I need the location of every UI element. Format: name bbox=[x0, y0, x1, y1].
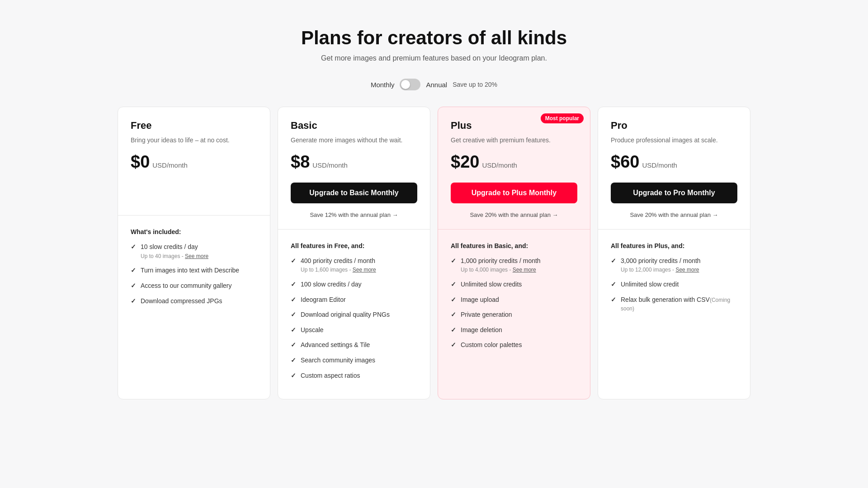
annual-link-pro[interactable]: Save 20% with the annual plan → bbox=[611, 211, 737, 218]
price-period-basic: USD/month bbox=[312, 161, 348, 169]
plan-price-pro: $60 USD/month bbox=[611, 152, 737, 172]
feature-sub-basic-0: Up to 1,600 images - See more bbox=[301, 266, 376, 274]
feature-item-basic-3: ✓ Download original quality PNGs bbox=[291, 310, 417, 319]
check-icon: ✓ bbox=[291, 311, 296, 318]
check-icon: ✓ bbox=[451, 326, 456, 333]
feature-text-basic-0: 400 priority credits / monthUp to 1,600 … bbox=[301, 257, 376, 274]
feature-text-free-1: Turn images into text with Describe bbox=[141, 266, 239, 275]
see-more-link[interactable]: See more bbox=[353, 267, 376, 273]
check-icon: ✓ bbox=[291, 281, 296, 288]
coming-soon-label: (Coming soon) bbox=[621, 297, 730, 312]
plan-price-basic: $8 USD/month bbox=[291, 152, 417, 172]
feature-item-basic-1: ✓ 100 slow credits / day bbox=[291, 280, 417, 289]
feature-item-free-1: ✓ Turn images into text with Describe bbox=[131, 266, 257, 275]
price-amount-pro: $60 bbox=[611, 152, 639, 172]
feature-text-plus-5: Custom color palettes bbox=[461, 341, 522, 350]
feature-item-plus-3: ✓ Private generation bbox=[451, 310, 577, 319]
plans-grid: FreeBring your ideas to life – at no cos… bbox=[118, 107, 750, 399]
plan-bottom-plus: All features in Basic, and: ✓ 1,000 prio… bbox=[438, 230, 590, 399]
plan-top-pro: ProProduce professional images at scale.… bbox=[598, 107, 750, 230]
plan-top-free: FreeBring your ideas to life – at no cos… bbox=[118, 107, 270, 216]
see-more-link[interactable]: See more bbox=[675, 267, 699, 273]
annual-link-plus[interactable]: Save 20% with the annual plan → bbox=[451, 211, 577, 218]
annual-link-basic[interactable]: Save 12% with the annual plan → bbox=[291, 211, 417, 218]
annual-label: Annual bbox=[426, 81, 447, 89]
feature-item-plus-5: ✓ Custom color palettes bbox=[451, 341, 577, 350]
check-icon: ✓ bbox=[291, 372, 296, 379]
check-icon: ✓ bbox=[291, 296, 296, 303]
check-icon: ✓ bbox=[451, 341, 456, 348]
plan-desc-plus: Get creative with premium features. bbox=[451, 136, 577, 145]
feature-item-pro-2: ✓ Relax bulk generation with CSV(Coming … bbox=[611, 296, 737, 313]
most-popular-badge: Most popular bbox=[541, 113, 584, 123]
features-title-pro: All features in Plus, and: bbox=[611, 242, 737, 249]
features-title-free: What's included: bbox=[131, 228, 257, 235]
check-icon: ✓ bbox=[291, 341, 296, 348]
plan-price-plus: $20 USD/month bbox=[451, 152, 577, 172]
feature-item-pro-1: ✓ Unlimited slow credit bbox=[611, 280, 737, 289]
plan-card-plus: Most popularPlusGet creative with premiu… bbox=[438, 107, 590, 399]
feature-text-basic-2: Ideogram Editor bbox=[301, 296, 346, 305]
toggle-knob bbox=[401, 80, 410, 89]
feature-item-free-2: ✓ Access to our community gallery bbox=[131, 282, 257, 291]
feature-sub-pro-0: Up to 12,000 images - See more bbox=[621, 266, 701, 274]
page-header: Plans for creators of all kinds Get more… bbox=[301, 27, 567, 62]
feature-text-basic-1: 100 slow credits / day bbox=[301, 280, 362, 289]
plan-bottom-pro: All features in Plus, and: ✓ 3,000 prior… bbox=[598, 230, 750, 399]
plan-desc-basic: Generate more images without the wait. bbox=[291, 136, 417, 145]
upgrade-btn-pro[interactable]: Upgrade to Pro Monthly bbox=[611, 183, 737, 203]
feature-text-basic-4: Upscale bbox=[301, 326, 324, 335]
feature-text-pro-2: Relax bulk generation with CSV(Coming so… bbox=[621, 296, 737, 313]
plan-desc-free: Bring your ideas to life – at no cost. bbox=[131, 136, 257, 145]
billing-toggle: Monthly Annual Save up to 20% bbox=[371, 79, 497, 90]
monthly-label: Monthly bbox=[371, 81, 395, 89]
plan-card-basic: BasicGenerate more images without the wa… bbox=[278, 107, 430, 399]
plan-name-pro: Pro bbox=[611, 120, 737, 131]
check-icon: ✓ bbox=[611, 281, 616, 288]
check-icon: ✓ bbox=[451, 296, 456, 303]
check-icon: ✓ bbox=[451, 311, 456, 318]
plan-card-pro: ProProduce professional images at scale.… bbox=[598, 107, 750, 399]
feature-text-basic-6: Search community images bbox=[301, 356, 375, 365]
feature-sub-free-0: Up to 40 images - See more bbox=[141, 253, 208, 260]
features-title-plus: All features in Basic, and: bbox=[451, 242, 577, 249]
feature-item-basic-7: ✓ Custom aspect ratios bbox=[291, 371, 417, 380]
see-more-link[interactable]: See more bbox=[513, 267, 536, 273]
feature-item-plus-2: ✓ Image upload bbox=[451, 296, 577, 305]
feature-text-plus-4: Image deletion bbox=[461, 326, 502, 335]
feature-text-pro-1: Unlimited slow credit bbox=[621, 280, 679, 289]
price-amount-free: $0 bbox=[131, 152, 150, 172]
plan-price-free: $0 USD/month bbox=[131, 152, 257, 172]
feature-text-plus-3: Private generation bbox=[461, 310, 512, 319]
check-icon: ✓ bbox=[131, 297, 136, 305]
feature-text-basic-3: Download original quality PNGs bbox=[301, 310, 390, 319]
price-amount-basic: $8 bbox=[291, 152, 310, 172]
price-period-free: USD/month bbox=[152, 161, 188, 169]
feature-text-free-2: Access to our community gallery bbox=[141, 282, 232, 291]
plan-top-basic: BasicGenerate more images without the wa… bbox=[278, 107, 430, 230]
plan-bottom-basic: All features in Free, and: ✓ 400 priorit… bbox=[278, 230, 430, 399]
check-icon: ✓ bbox=[611, 296, 616, 303]
upgrade-btn-basic[interactable]: Upgrade to Basic Monthly bbox=[291, 183, 417, 203]
feature-text-basic-7: Custom aspect ratios bbox=[301, 371, 360, 380]
feature-item-pro-0: ✓ 3,000 priority credits / monthUp to 12… bbox=[611, 257, 737, 274]
feature-text-free-0: 10 slow credits / dayUp to 40 images - S… bbox=[141, 243, 208, 260]
plan-bottom-free: What's included: ✓ 10 slow credits / day… bbox=[118, 216, 270, 399]
feature-item-plus-4: ✓ Image deletion bbox=[451, 326, 577, 335]
save-badge: Save up to 20% bbox=[453, 81, 497, 88]
feature-item-free-0: ✓ 10 slow credits / dayUp to 40 images -… bbox=[131, 243, 257, 260]
see-more-link[interactable]: See more bbox=[185, 253, 208, 259]
plan-card-free: FreeBring your ideas to life – at no cos… bbox=[118, 107, 270, 399]
price-amount-plus: $20 bbox=[451, 152, 479, 172]
page-subtitle: Get more images and premium features bas… bbox=[301, 54, 567, 62]
page-title: Plans for creators of all kinds bbox=[301, 27, 567, 49]
check-icon: ✓ bbox=[131, 282, 136, 289]
plan-desc-pro: Produce professional images at scale. bbox=[611, 136, 737, 145]
feature-text-plus-0: 1,000 priority credits / monthUp to 4,00… bbox=[461, 257, 541, 274]
plan-name-basic: Basic bbox=[291, 120, 417, 131]
feature-item-basic-5: ✓ Advanced settings & Tile bbox=[291, 341, 417, 350]
upgrade-btn-plus[interactable]: Upgrade to Plus Monthly bbox=[451, 183, 577, 203]
feature-item-basic-4: ✓ Upscale bbox=[291, 326, 417, 335]
billing-switch[interactable] bbox=[400, 79, 420, 90]
feature-text-plus-1: Unlimited slow credits bbox=[461, 280, 522, 289]
